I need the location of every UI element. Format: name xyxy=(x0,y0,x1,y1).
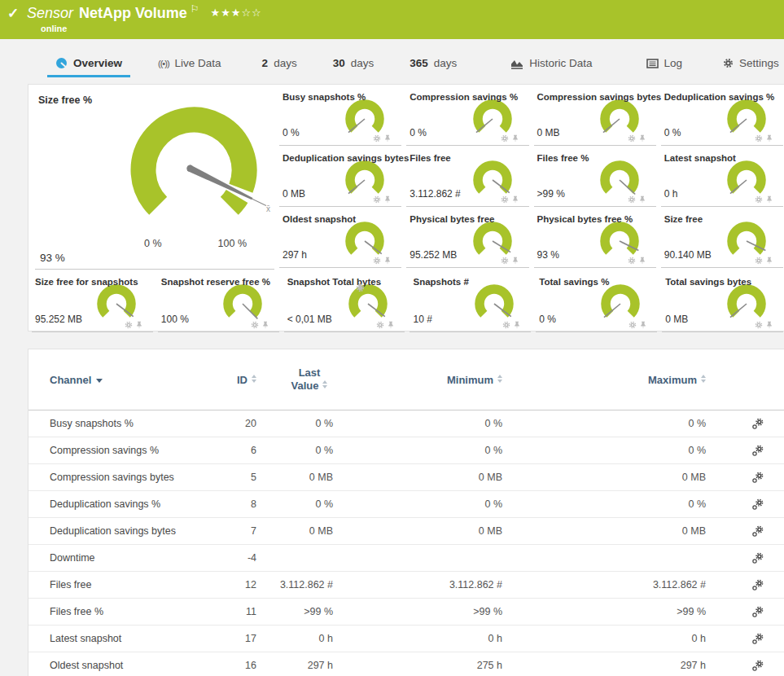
gauge-cell[interactable]: Compression savings bytes 0 MB xyxy=(534,85,656,146)
gauge-cell[interactable]: Physical bytes free 95.252 MB xyxy=(406,207,528,268)
gear-icon[interactable] xyxy=(628,195,636,204)
gauge-cell[interactable]: Total savings bytes 0 MB xyxy=(662,270,783,332)
pin-icon[interactable] xyxy=(511,257,519,265)
mini-gauge-grid: Busy snapshots % 0 % Compression savings… xyxy=(279,85,783,270)
gauge-value: 297 h xyxy=(283,249,307,261)
gauge-cell[interactable]: Latest snapshot 0 h xyxy=(661,146,783,207)
channel-settings-icon[interactable] xyxy=(751,578,764,591)
tab-2-days[interactable]: 2 days xyxy=(254,57,305,77)
pin-icon[interactable] xyxy=(513,321,521,329)
pin-icon[interactable] xyxy=(765,134,773,143)
tab-settings[interactable]: Settings xyxy=(715,57,784,77)
pin-icon[interactable] xyxy=(511,195,519,204)
gauge-cell[interactable]: Busy snapshots % 0 % xyxy=(279,85,401,146)
gear-icon[interactable] xyxy=(125,321,133,329)
pin-icon[interactable] xyxy=(765,195,773,204)
gauge-cell[interactable]: Total savings % 0 % xyxy=(536,270,657,332)
gear-icon[interactable] xyxy=(755,321,763,329)
channel-minimum: 275 h xyxy=(333,660,502,671)
channel-maximum: 3.112.862 # xyxy=(502,579,706,590)
channel-id: 5 xyxy=(177,472,256,483)
channel-settings-icon[interactable] xyxy=(751,659,764,672)
pin-icon[interactable] xyxy=(387,321,395,329)
pin-icon[interactable] xyxy=(638,134,646,143)
pin-icon[interactable] xyxy=(638,195,646,204)
gauge-cell[interactable]: Deduplication savings bytes 0 MB xyxy=(279,146,401,207)
channel-maximum: 0 MB xyxy=(502,525,706,537)
main-gauge-cell[interactable]: Size free % x̄ 0 % 100 % 93 % xyxy=(35,85,274,270)
gear-icon[interactable] xyxy=(373,195,381,204)
gear-icon[interactable] xyxy=(755,257,763,265)
gear-icon[interactable] xyxy=(373,257,381,265)
gauge-title: Compression savings bytes xyxy=(537,92,662,102)
gauge-cell[interactable]: Size free for snapshots 95.252 MB xyxy=(32,270,153,332)
gauge-cell[interactable]: Snapshot reserve free % 100 % xyxy=(158,270,279,332)
channel-settings-icon[interactable] xyxy=(751,551,764,564)
column-header-minimum[interactable]: Minimum xyxy=(333,374,502,386)
gear-icon[interactable] xyxy=(373,134,381,143)
column-header-last-value[interactable]: Last Value xyxy=(256,367,333,393)
tab-overview[interactable]: Overview xyxy=(47,57,130,77)
tab-historic-data[interactable]: Historic Data xyxy=(502,57,600,77)
column-header-channel[interactable]: Channel xyxy=(50,374,177,386)
gauge-cell[interactable]: Compression savings % 0 % xyxy=(406,85,528,146)
gauge-cell[interactable]: Physical bytes free % 93 % xyxy=(534,207,656,268)
tab-30-days[interactable]: 30 days xyxy=(325,57,383,77)
gear-icon[interactable] xyxy=(628,257,636,265)
gear-icon[interactable] xyxy=(502,321,510,329)
pin-icon[interactable] xyxy=(765,257,773,265)
pin-icon[interactable] xyxy=(135,321,143,329)
gear-icon[interactable] xyxy=(501,195,509,204)
gear-icon[interactable] xyxy=(501,257,509,265)
gauge-title: Physical bytes free % xyxy=(537,214,633,224)
channels-table-panel: Channel ID Last Value Minimum Maximum Bu… xyxy=(28,349,784,676)
pin-icon[interactable] xyxy=(639,321,647,329)
gauge-cell[interactable]: Files free 3.112.862 # xyxy=(406,146,528,207)
gauge-cell[interactable]: Snapshots # 10 # xyxy=(410,270,531,332)
channel-settings-icon[interactable] xyxy=(751,605,764,618)
channel-settings-icon[interactable] xyxy=(751,471,764,484)
gauge-cell[interactable]: Size free 90.140 MB xyxy=(661,207,783,268)
pin-icon[interactable] xyxy=(383,257,392,265)
pin-icon[interactable] xyxy=(383,134,392,143)
channel-last-value: 0 % xyxy=(256,445,333,456)
gauge-value: 0 MB xyxy=(665,314,688,325)
tab-log[interactable]: Log xyxy=(638,57,691,77)
channel-settings-icon[interactable] xyxy=(751,417,764,430)
pin-icon[interactable] xyxy=(261,321,269,329)
tab-365-days[interactable]: 365 days xyxy=(401,57,465,77)
gear-icon[interactable] xyxy=(755,195,763,204)
star-rating[interactable]: ★★★☆☆ xyxy=(210,7,261,19)
column-header-maximum[interactable]: Maximum xyxy=(502,374,706,386)
gear-icon[interactable] xyxy=(628,134,636,143)
pin-icon[interactable] xyxy=(765,321,773,329)
gear-icon[interactable] xyxy=(755,134,763,143)
channel-last-value: >99 % xyxy=(256,606,333,617)
channel-maximum: 0 h xyxy=(502,633,706,644)
channel-settings-icon[interactable] xyxy=(751,498,764,511)
gauge-value: 95.252 MB xyxy=(410,249,457,261)
gauge-value: 3.112.862 # xyxy=(410,188,461,200)
channel-maximum: 0 % xyxy=(502,418,706,429)
gauge-cell[interactable]: Oldest snapshot 297 h xyxy=(279,207,401,268)
channel-settings-icon[interactable] xyxy=(751,632,764,645)
channel-settings-icon[interactable] xyxy=(751,525,764,538)
gear-icon[interactable] xyxy=(251,321,259,329)
gauge-cell[interactable]: Deduplication savings % 0 % xyxy=(661,85,783,146)
channel-id: 11 xyxy=(177,606,256,617)
gear-icon[interactable] xyxy=(376,321,384,329)
channel-settings-icon[interactable] xyxy=(751,444,764,457)
flag-icon[interactable]: ⚐ xyxy=(191,3,199,15)
gear-icon[interactable] xyxy=(501,134,509,143)
tab-live-data[interactable]: ((•)) Live Data xyxy=(150,57,230,77)
channel-name: Deduplication savings bytes xyxy=(50,525,177,537)
pin-icon[interactable] xyxy=(638,257,646,265)
gauge-cell[interactable]: Snapshot Total bytes < 0,01 MB xyxy=(284,270,405,332)
pin-icon[interactable] xyxy=(356,283,365,292)
column-header-id[interactable]: ID xyxy=(177,374,256,386)
gauge-title: Total savings % xyxy=(539,277,609,287)
gear-icon[interactable] xyxy=(629,321,637,329)
pin-icon[interactable] xyxy=(511,134,519,143)
gauge-cell[interactable]: Files free % >99 % xyxy=(534,146,656,207)
pin-icon[interactable] xyxy=(383,195,392,204)
